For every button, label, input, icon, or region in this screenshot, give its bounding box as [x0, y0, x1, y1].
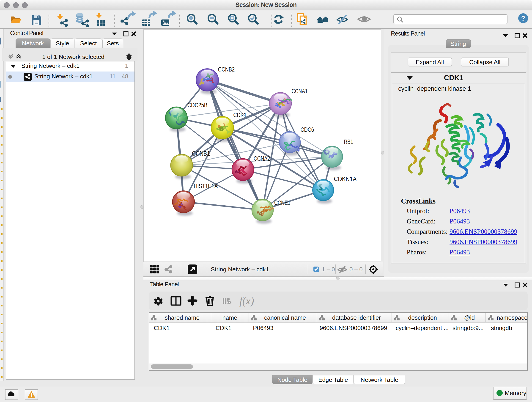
svg-text:database identifier: database identifier	[332, 314, 381, 321]
svg-text:String Network – cdk1: String Network – cdk1	[211, 266, 269, 273]
svg-text:HIST1H1A: HIST1H1A	[194, 182, 218, 190]
svg-text:CCNB1: CCNB1	[192, 150, 210, 157]
svg-text:description: description	[408, 314, 437, 321]
svg-text:CDKN1A: CDKN1A	[334, 175, 356, 182]
svg-text:RB1: RB1	[344, 138, 353, 145]
svg-text:CCNA2: CCNA2	[254, 155, 270, 162]
svg-text:namespace: namespace	[497, 314, 527, 321]
svg-text:CCNA1: CCNA1	[292, 88, 308, 95]
svg-text:f(x): f(x)	[239, 295, 254, 307]
svg-text:@id: @id	[464, 314, 475, 321]
svg-text:canonical name: canonical name	[264, 314, 306, 321]
svg-text:CDC25B: CDC25B	[187, 102, 208, 109]
svg-text:CDK1: CDK1	[233, 111, 247, 119]
svg-text:0 – 0: 0 – 0	[349, 266, 363, 273]
svg-text:CCNE1: CCNE1	[274, 199, 291, 206]
svg-text:CCNB2: CCNB2	[218, 66, 234, 73]
svg-text:shared name: shared name	[165, 314, 200, 321]
svg-text:CDC6: CDC6	[301, 126, 314, 133]
svg-text:name: name	[222, 314, 237, 321]
svg-text:1 – 0: 1 – 0	[322, 266, 335, 273]
